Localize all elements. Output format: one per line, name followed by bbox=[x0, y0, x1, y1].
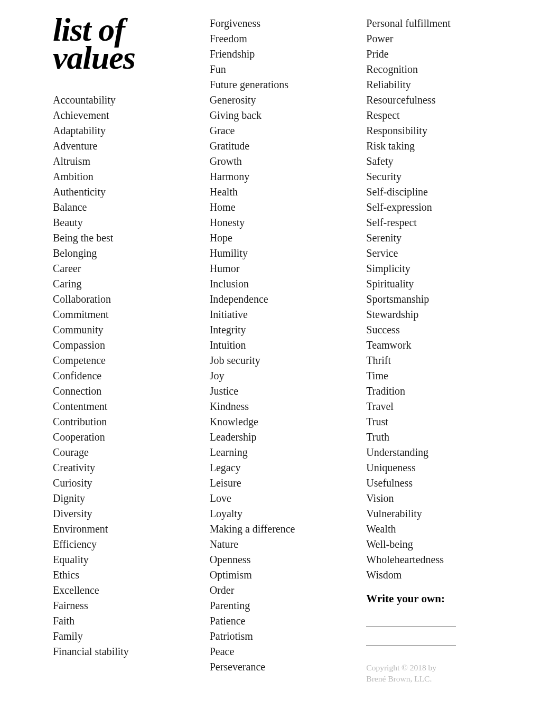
value-item: Cooperation bbox=[53, 430, 194, 445]
value-item: Fun bbox=[210, 62, 351, 77]
value-item: Leadership bbox=[210, 430, 351, 445]
value-item: Adaptability bbox=[53, 123, 194, 138]
value-item: Tradition bbox=[366, 384, 507, 399]
write-line-2[interactable] bbox=[366, 634, 456, 646]
value-item: Travel bbox=[366, 399, 507, 414]
value-item: Stewardship bbox=[366, 307, 507, 322]
value-item: Growth bbox=[210, 154, 351, 169]
value-item: Harmony bbox=[210, 169, 351, 184]
value-item: Hope bbox=[210, 230, 351, 246]
value-item: Achievement bbox=[53, 108, 194, 123]
column-3: Personal fulfillmentPowerPrideRecognitio… bbox=[366, 16, 507, 685]
value-item: Resourcefulness bbox=[366, 92, 507, 108]
value-item: Vulnerability bbox=[366, 506, 507, 521]
value-item: Commitment bbox=[53, 307, 194, 322]
value-item: Integrity bbox=[210, 322, 351, 338]
value-item: Uniqueness bbox=[366, 460, 507, 475]
value-item: Patriotism bbox=[210, 629, 351, 644]
value-item: Freedom bbox=[210, 31, 351, 46]
value-item: Personal fulfillment bbox=[366, 16, 507, 31]
value-item: Thrift bbox=[366, 353, 507, 368]
value-item: Service bbox=[366, 246, 507, 261]
value-item: Humor bbox=[210, 261, 351, 276]
value-item: Safety bbox=[366, 154, 507, 169]
value-item: Altruism bbox=[53, 154, 194, 169]
value-item: Responsibility bbox=[366, 123, 507, 138]
value-item: Being the best bbox=[53, 230, 194, 246]
value-item: Legacy bbox=[210, 460, 351, 475]
value-item: Usefulness bbox=[366, 475, 507, 491]
value-item: Teamwork bbox=[366, 338, 507, 353]
value-item: Fairness bbox=[53, 598, 194, 613]
value-item: Diversity bbox=[53, 506, 194, 521]
title-line-2: values bbox=[53, 44, 194, 72]
value-item: Competence bbox=[53, 353, 194, 368]
value-item: Order bbox=[210, 583, 351, 598]
value-item: Connection bbox=[53, 384, 194, 399]
value-item: Adventure bbox=[53, 138, 194, 154]
value-item: Home bbox=[210, 200, 351, 215]
value-item: Faith bbox=[53, 613, 194, 629]
value-item: Honesty bbox=[210, 215, 351, 230]
value-item: Independence bbox=[210, 292, 351, 307]
value-item: Justice bbox=[210, 384, 351, 399]
value-item: Environment bbox=[53, 521, 194, 537]
write-your-own-heading: Write your own: bbox=[366, 592, 507, 605]
value-item: Serenity bbox=[366, 230, 507, 246]
value-item: Peace bbox=[210, 644, 351, 659]
value-item: Efficiency bbox=[53, 537, 194, 552]
value-item: Health bbox=[210, 184, 351, 200]
value-item: Accountability bbox=[53, 92, 194, 108]
value-item: Initiative bbox=[210, 307, 351, 322]
value-item: Giving back bbox=[210, 108, 351, 123]
value-item: Security bbox=[366, 169, 507, 184]
value-item: Time bbox=[366, 368, 507, 384]
value-item: Dignity bbox=[53, 491, 194, 506]
value-item: Loyalty bbox=[210, 506, 351, 521]
values-list-col2: ForgivenessFreedomFriendshipFunFuture ge… bbox=[210, 16, 351, 675]
page-title: list of values bbox=[53, 16, 194, 71]
copyright-line-2: Brené Brown, LLC. bbox=[366, 674, 507, 685]
value-item: Sportsmanship bbox=[366, 292, 507, 307]
values-list-col1: AccountabilityAchievementAdaptabilityAdv… bbox=[53, 92, 194, 659]
value-item: Contribution bbox=[53, 414, 194, 430]
value-item: Balance bbox=[53, 200, 194, 215]
value-item: Parenting bbox=[210, 598, 351, 613]
value-item: Love bbox=[210, 491, 351, 506]
value-item: Equality bbox=[53, 552, 194, 567]
value-item: Understanding bbox=[366, 445, 507, 460]
value-item: Confidence bbox=[53, 368, 194, 384]
value-item: Self-respect bbox=[366, 215, 507, 230]
value-item: Family bbox=[53, 629, 194, 644]
value-item: Excellence bbox=[53, 583, 194, 598]
value-item: Joy bbox=[210, 368, 351, 384]
value-item: Authenticity bbox=[53, 184, 194, 200]
value-item: Success bbox=[366, 322, 507, 338]
value-item: Optimism bbox=[210, 567, 351, 583]
value-item: Collaboration bbox=[53, 292, 194, 307]
value-item: Spirituality bbox=[366, 276, 507, 292]
value-item: Vision bbox=[366, 491, 507, 506]
value-item: Generosity bbox=[210, 92, 351, 108]
value-item: Financial stability bbox=[53, 644, 194, 659]
value-item: Making a difference bbox=[210, 521, 351, 537]
value-item: Pride bbox=[366, 46, 507, 62]
value-item: Recognition bbox=[366, 62, 507, 77]
value-item: Creativity bbox=[53, 460, 194, 475]
value-item: Friendship bbox=[210, 46, 351, 62]
value-item: Wisdom bbox=[366, 567, 507, 583]
value-item: Simplicity bbox=[366, 261, 507, 276]
value-item: Ambition bbox=[53, 169, 194, 184]
value-item: Courage bbox=[53, 445, 194, 460]
value-item: Career bbox=[53, 261, 194, 276]
values-list-col3: Personal fulfillmentPowerPrideRecognitio… bbox=[366, 16, 507, 583]
value-item: Risk taking bbox=[366, 138, 507, 154]
value-item: Humility bbox=[210, 246, 351, 261]
value-item: Nature bbox=[210, 537, 351, 552]
value-item: Patience bbox=[210, 613, 351, 629]
value-item: Contentment bbox=[53, 399, 194, 414]
write-line-1[interactable] bbox=[366, 615, 456, 627]
value-item: Belonging bbox=[53, 246, 194, 261]
value-item: Openness bbox=[210, 552, 351, 567]
value-item: Community bbox=[53, 322, 194, 338]
